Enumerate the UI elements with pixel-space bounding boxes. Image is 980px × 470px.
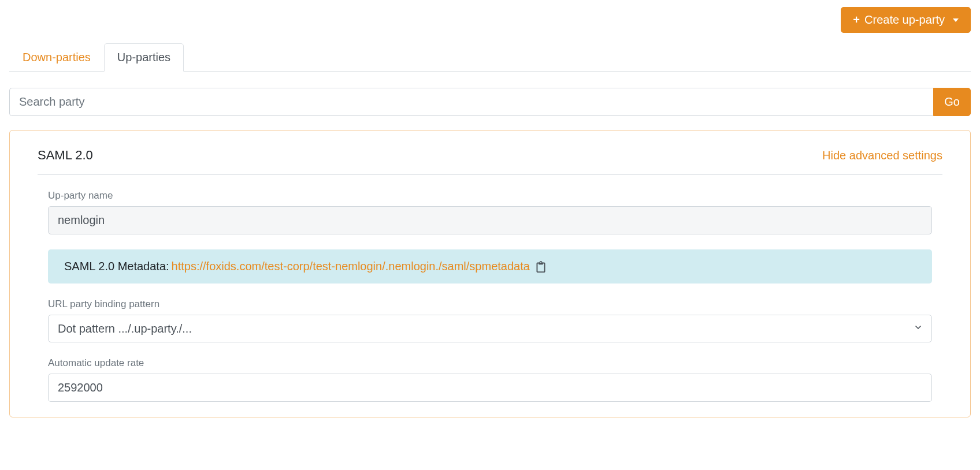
up-party-name-group: Up-party name [38,190,942,234]
tab-down-parties[interactable]: Down-parties [9,43,104,72]
create-up-party-label: Create up-party [864,13,945,27]
search-input[interactable] [9,88,933,116]
up-party-name-field[interactable] [48,206,932,234]
auto-update-rate-group: Automatic update rate [38,357,942,402]
url-binding-pattern-label: URL party binding pattern [48,299,932,310]
create-up-party-button[interactable]: + Create up-party [841,7,971,33]
card-header: SAML 2.0 Hide advanced settings [38,148,942,175]
caret-down-icon [953,18,959,22]
card-title: SAML 2.0 [38,148,93,163]
auto-update-rate-field[interactable] [48,374,932,402]
metadata-label: SAML 2.0 Metadata: [64,260,169,273]
saml-card: SAML 2.0 Hide advanced settings Up-party… [9,130,971,417]
search-bar: Go [9,88,971,116]
tabs-container: Down-parties Up-parties [9,43,971,72]
url-binding-pattern-select[interactable]: Dot pattern .../.up-party./... [48,315,932,342]
search-go-button[interactable]: Go [933,88,971,116]
plus-icon: + [853,13,860,27]
tab-up-parties[interactable]: Up-parties [104,43,184,72]
auto-update-rate-label: Automatic update rate [48,357,932,369]
metadata-url-link[interactable]: https://foxids.com/test-corp/test-nemlog… [172,260,530,273]
clipboard-icon[interactable] [536,261,546,273]
url-binding-pattern-group: URL party binding pattern Dot pattern ..… [38,299,942,342]
up-party-name-label: Up-party name [48,190,932,202]
hide-advanced-settings-link[interactable]: Hide advanced settings [822,149,942,162]
metadata-info-box: SAML 2.0 Metadata: https://foxids.com/te… [48,249,932,284]
